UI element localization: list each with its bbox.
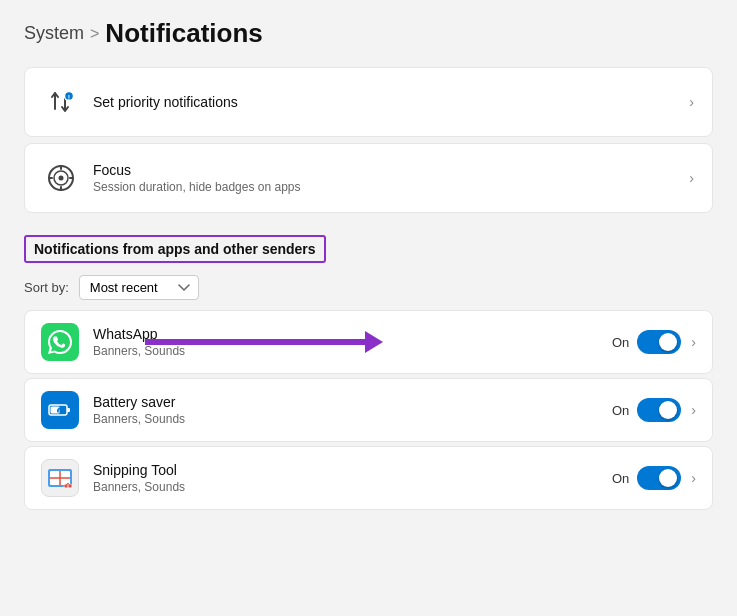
whatsapp-row[interactable]: WhatsApp Banners, Sounds On › [25,311,712,373]
snipping-tool-toggle[interactable] [637,466,681,490]
battery-saver-chevron-icon: › [691,402,696,418]
focus-subtitle: Session duration, hide badges on apps [93,180,681,194]
battery-saver-toggle-area: On [612,398,681,422]
whatsapp-name: WhatsApp [93,326,612,342]
page-title: Notifications [105,18,262,49]
snipping-tool-row[interactable]: Snipping Tool Banners, Sounds On › [25,447,712,509]
focus-text: Focus Session duration, hide badges on a… [93,162,681,194]
snipping-tool-chevron-icon: › [691,470,696,486]
breadcrumb-separator: > [90,25,99,43]
priority-notifications-card: ! Set priority notifications › [24,67,713,137]
priority-icon: ! [43,84,79,120]
svg-text:!: ! [68,94,70,101]
breadcrumb-system[interactable]: System [24,23,84,44]
focus-title: Focus [93,162,681,178]
priority-svg-icon: ! [47,88,75,116]
snipping-tool-icon [41,459,79,497]
sort-select[interactable]: Most recent Name Sender [79,275,199,300]
sort-label: Sort by: [24,280,69,295]
focus-svg-icon [46,163,76,193]
breadcrumb: System > Notifications [24,18,713,49]
battery-saver-row[interactable]: Battery saver Banners, Sounds On › [25,379,712,441]
battery-saver-subtitle: Banners, Sounds [93,412,612,426]
whatsapp-toggle[interactable] [637,330,681,354]
whatsapp-toggle-knob [659,333,677,351]
priority-notifications-row[interactable]: ! Set priority notifications › [25,68,712,136]
whatsapp-card: WhatsApp Banners, Sounds On › [24,310,713,374]
section-heading-text: Notifications from apps and other sender… [24,235,326,263]
focus-row[interactable]: Focus Session duration, hide badges on a… [25,144,712,212]
focus-icon [43,160,79,196]
svg-rect-6 [67,408,70,412]
snipping-tool-toggle-knob [659,469,677,487]
priority-notifications-title: Set priority notifications [93,94,681,110]
priority-notifications-text: Set priority notifications [93,94,681,110]
snipping-tool-toggle-area: On [612,466,681,490]
focus-card: Focus Session duration, hide badges on a… [24,143,713,213]
battery-saver-icon [41,391,79,429]
whatsapp-toggle-area: On [612,330,681,354]
priority-chevron-icon: › [689,94,694,110]
whatsapp-icon [41,323,79,361]
battery-saver-toggle[interactable] [637,398,681,422]
whatsapp-svg-icon [48,330,72,354]
battery-saver-name: Battery saver [93,394,612,410]
svg-point-4 [59,176,64,181]
battery-saver-card: Battery saver Banners, Sounds On › [24,378,713,442]
battery-svg-icon [48,398,72,422]
whatsapp-chevron-icon: › [691,334,696,350]
section-heading: Notifications from apps and other sender… [24,235,713,263]
battery-saver-toggle-label: On [612,403,629,418]
settings-page: System > Notifications ! Set priority no… [0,0,737,616]
snipping-tool-text: Snipping Tool Banners, Sounds [93,462,612,494]
battery-saver-toggle-knob [659,401,677,419]
focus-chevron-icon: › [689,170,694,186]
battery-saver-text: Battery saver Banners, Sounds [93,394,612,426]
snipping-tool-card: Snipping Tool Banners, Sounds On › [24,446,713,510]
snipping-svg-icon [47,465,73,491]
whatsapp-toggle-label: On [612,335,629,350]
whatsapp-subtitle: Banners, Sounds [93,344,612,358]
sort-row: Sort by: Most recent Name Sender [24,275,713,300]
snipping-tool-subtitle: Banners, Sounds [93,480,612,494]
snipping-tool-name: Snipping Tool [93,462,612,478]
whatsapp-text: WhatsApp Banners, Sounds [93,326,612,358]
snipping-tool-toggle-label: On [612,471,629,486]
